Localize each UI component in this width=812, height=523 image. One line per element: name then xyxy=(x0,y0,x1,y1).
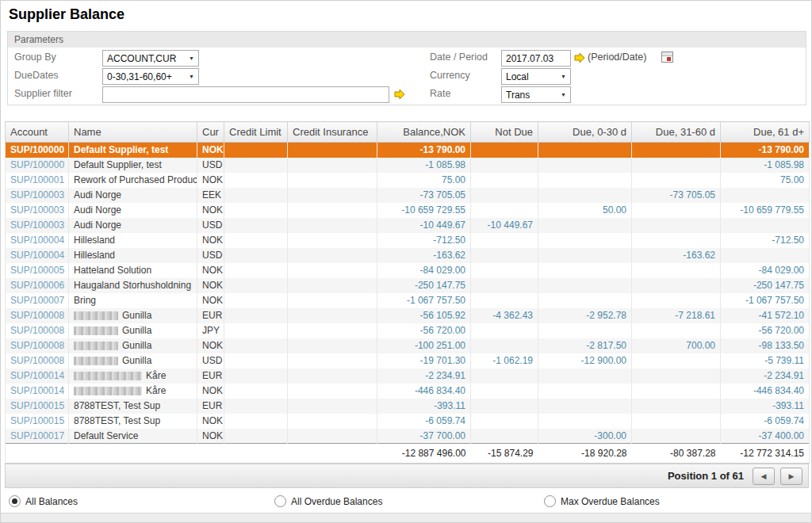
cell-account[interactable]: SUP/100017 xyxy=(6,429,69,444)
cell-account[interactable]: SUP/100004 xyxy=(6,233,69,248)
radio-all-balances[interactable]: All Balances xyxy=(9,495,78,507)
cell-account[interactable]: SUP/100003 xyxy=(6,218,69,233)
cell-account[interactable]: SUP/100008 xyxy=(6,338,69,353)
due-dates-select[interactable]: 0-30,31-60,60+ ▼ xyxy=(102,68,199,85)
col-credit-limit[interactable]: Credit Limit xyxy=(224,122,288,143)
cell-credit-insurance xyxy=(288,158,377,173)
cell-cur: NOK xyxy=(197,203,224,218)
cell-credit-insurance xyxy=(288,233,377,248)
col-cur[interactable]: Cur xyxy=(197,122,224,143)
cell-account[interactable]: SUP/100000 xyxy=(6,143,69,158)
cell-balance: -56 105.92 xyxy=(377,308,471,323)
cell-due-0-30: 50.00 xyxy=(538,203,632,218)
radio-selected-icon[interactable] xyxy=(9,495,21,507)
rate-select[interactable]: Trans ▼ xyxy=(501,86,571,103)
col-due-0-30[interactable]: Due, 0-30 d xyxy=(538,122,632,143)
cell-account[interactable]: SUP/100006 xyxy=(6,278,69,293)
calendar-icon[interactable] xyxy=(661,52,673,63)
table-row[interactable]: SUP/100008GunillaUSD-19 701.30-1 062.19-… xyxy=(6,353,810,368)
radio-unselected-icon[interactable] xyxy=(274,495,286,507)
cell-balance: -56 720.00 xyxy=(377,323,471,338)
col-account[interactable]: Account xyxy=(6,122,69,143)
table-row[interactable]: SUP/100014KåreNOK-446 834.40-446 834.40 xyxy=(6,384,810,399)
cell-account[interactable]: SUP/100014 xyxy=(6,368,69,384)
chevron-down-icon: ▼ xyxy=(561,74,566,79)
currency-select[interactable]: Local ▼ xyxy=(501,68,571,85)
col-not-due[interactable]: Not Due xyxy=(471,122,538,143)
cell-credit-insurance xyxy=(288,143,377,158)
table-row[interactable]: SUP/100008GunillaEUR-56 105.92-4 362.43-… xyxy=(6,308,810,323)
date-period-label: Date / Period xyxy=(430,52,488,63)
group-by-select[interactable]: ACCOUNT,CUR ▼ xyxy=(102,50,199,67)
supplier-balance-window: Supplier Balance Parameters Group By ACC… xyxy=(0,0,812,523)
cell-due-61: -37 400.00 xyxy=(721,429,810,444)
radio-all-overdue-balances[interactable]: All Overdue Balances xyxy=(274,495,382,507)
cell-account[interactable]: SUP/100004 xyxy=(6,248,69,263)
cell-account[interactable]: SUP/100003 xyxy=(6,188,69,203)
table-row[interactable]: SUP/100007BringNOK-1 067 757.50-1 067 75… xyxy=(6,293,810,308)
table-row[interactable]: SUP/100008GunillaNOK-100 251.00-2 817.50… xyxy=(6,338,810,353)
table-row[interactable]: SUP/100008GunillaJPY-56 720.00-56 720.00 xyxy=(6,323,810,338)
cell-due-61: -13 790.00 xyxy=(721,143,810,158)
table-row[interactable]: SUP/100004HilleslandUSD-163.62-163.62 xyxy=(6,248,810,263)
cell-name: Kåre xyxy=(69,368,197,384)
previous-page-button[interactable]: ◀ xyxy=(753,468,775,485)
cell-account[interactable]: SUP/100008 xyxy=(6,308,69,323)
table-row[interactable]: SUP/100001Rework of Purchased ProductNOK… xyxy=(6,173,810,188)
table-row[interactable]: SUP/100006Haugaland StorhusholdningNOK-2… xyxy=(6,278,810,293)
table-row[interactable]: SUP/100014KåreEUR-2 234.91-2 234.91 xyxy=(6,368,810,384)
table-row[interactable]: SUP/1000158788TEST, Test SupEUR-393.11-3… xyxy=(6,399,810,414)
col-due-61[interactable]: Due, 61 d+ xyxy=(721,122,810,143)
cell-name: Hillesland xyxy=(69,233,197,248)
cell-account[interactable]: SUP/100015 xyxy=(6,414,69,429)
col-credit-insurance[interactable]: Credit Insurance xyxy=(288,122,377,143)
table-row[interactable]: SUP/100003Audi NorgeNOK-10 659 729.5550.… xyxy=(6,203,810,218)
cell-balance: -73 705.05 xyxy=(377,188,471,203)
currency-label: Currency xyxy=(430,70,470,81)
table-row[interactable]: SUP/100003Audi NorgeEEK-73 705.05-73 705… xyxy=(6,188,810,203)
cell-account[interactable]: SUP/100014 xyxy=(6,384,69,399)
table-row[interactable]: SUP/100004HilleslandNOK-712.50-712.50 xyxy=(6,233,810,248)
cell-credit-limit xyxy=(224,248,288,263)
cell-credit-insurance xyxy=(288,248,377,263)
table-row[interactable]: SUP/100005Hatteland SolutionNOK-84 029.0… xyxy=(6,263,810,278)
table-row[interactable]: SUP/100000Default Supplier, testUSD-1 08… xyxy=(6,158,810,173)
table-header-row: Account Name Cur Credit Limit Credit Ins… xyxy=(6,122,810,143)
cell-cur: NOK xyxy=(197,429,224,444)
date-period-input[interactable] xyxy=(501,50,571,67)
cell-account[interactable]: SUP/100008 xyxy=(6,323,69,338)
col-name[interactable]: Name xyxy=(69,122,197,143)
radio-unselected-icon[interactable] xyxy=(544,495,556,507)
cell-due-61: -1 085.98 xyxy=(721,158,810,173)
cell-cur: EUR xyxy=(197,399,224,414)
cell-due-0-30 xyxy=(538,263,632,278)
cell-not-due xyxy=(471,158,538,173)
table-row[interactable]: SUP/100000Default Supplier, testNOK-13 7… xyxy=(6,143,810,158)
col-balance-nok[interactable]: Balance,NOK xyxy=(377,122,471,143)
cell-not-due xyxy=(471,414,538,429)
cell-credit-limit xyxy=(224,218,288,233)
table-row[interactable]: SUP/100003Audi NorgeUSD-10 449.67-10 449… xyxy=(6,218,810,233)
bottom-strip xyxy=(1,513,811,522)
supplier-filter-input[interactable] xyxy=(102,86,389,103)
cell-balance: -37 700.00 xyxy=(377,429,471,444)
table-row[interactable]: SUP/100017Default ServiceNOK-37 700.00-3… xyxy=(6,429,810,444)
cell-not-due xyxy=(471,323,538,338)
cell-account[interactable]: SUP/100005 xyxy=(6,263,69,278)
table-row[interactable]: SUP/1000158788TEST, Test SupNOK-6 059.74… xyxy=(6,414,810,429)
apply-filter-arrow-icon[interactable] xyxy=(394,89,405,100)
cell-due-31-60: 700.00 xyxy=(632,338,721,353)
cell-account[interactable]: SUP/100001 xyxy=(6,173,69,188)
cell-account[interactable]: SUP/100015 xyxy=(6,399,69,414)
col-due-31-60[interactable]: Due, 31-60 d xyxy=(632,122,721,143)
apply-date-arrow-icon[interactable] xyxy=(574,52,585,63)
cell-due-0-30: -300.00 xyxy=(538,429,632,444)
cell-account[interactable]: SUP/100003 xyxy=(6,203,69,218)
cell-account[interactable]: SUP/100007 xyxy=(6,293,69,308)
totals-row: -12 887 496.00 -15 874.29 -18 920.28 -80… xyxy=(6,444,810,464)
cell-account[interactable]: SUP/100008 xyxy=(6,353,69,368)
cell-credit-insurance xyxy=(288,278,377,293)
next-page-button[interactable]: ▶ xyxy=(780,468,802,485)
radio-max-overdue-balances[interactable]: Max Overdue Balances xyxy=(544,495,660,507)
cell-account[interactable]: SUP/100000 xyxy=(6,158,69,173)
